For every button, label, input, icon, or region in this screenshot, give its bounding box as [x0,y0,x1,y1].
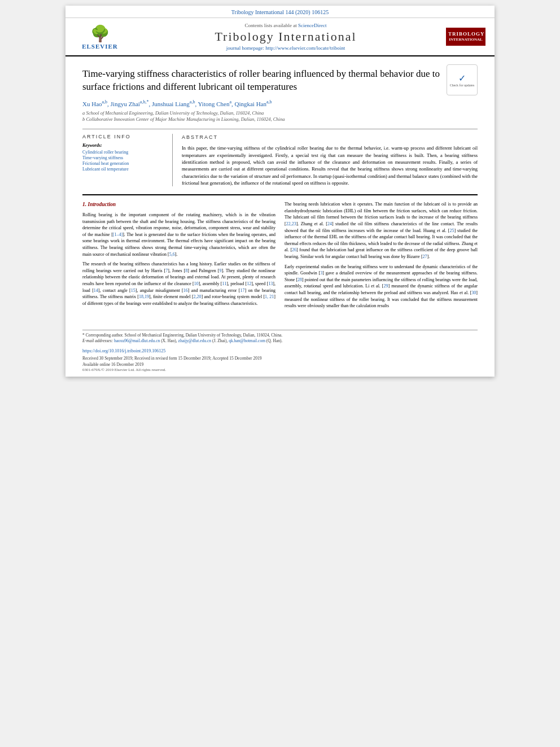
author-jingyu-zhai: Jingyu Zhai [111,101,140,107]
tribology-badge: TRIBOLOGY INTERNATIONAL [446,28,485,46]
author-yitong-chen: Yitong Chen [198,101,229,107]
col2-para-2: Early experimental studies on the bearin… [285,264,478,309]
doi-url[interactable]: https://doi.org/10.1016/j.triboint.2019.… [82,348,165,353]
ref-9: 9 [219,268,221,273]
keyword-4: Lubricant oil temperature [82,167,165,172]
ref-7: 7 [165,268,168,273]
ref-8: 8 [185,268,187,273]
intro-para-1: Rolling bearing is the important compone… [82,212,275,257]
section-divider [82,129,478,129]
sciencedirect-link[interactable]: ScienceDirect [298,23,326,28]
ref-15: 15 [131,288,135,293]
contents-available-text: Contents lists available at [245,23,297,28]
col-left: 1. Introduction Rolling bearing is the i… [82,201,275,313]
article-body: ARTICLE INFO Keywords: Cylindrical rolle… [82,134,478,186]
affiliation-b: b Collaborative Innovation Center of Maj… [82,116,478,123]
ref-16: 16 [183,288,188,293]
footnote: * Corresponding author. School of Mechan… [65,333,495,347]
journal-name: Tribology International [131,29,440,44]
footnote-divider [82,330,478,330]
ref-24: 24 [327,221,332,226]
authors: Xu Haoa,b, Jingyu Zhaia,b,*, Junshuai Li… [82,99,478,107]
author-junshuai-liang: Junshuai Liang [152,101,190,107]
ref-18-19: 18,19 [139,294,149,299]
keywords-label: Keywords: [82,143,165,148]
ref-11: 11 [222,281,226,286]
article-info: ARTICLE INFO Keywords: Cylindrical rolle… [82,134,173,186]
ref-3: 3 [320,270,322,276]
elsevier-logo: 🌳 ELSEVIER [75,24,125,50]
article-title: Time-varying stiffness characteristics o… [82,68,478,94]
page: Tribology International 144 (2020) 10612… [65,6,495,377]
header-center: Contents lists available at ScienceDirec… [131,23,440,51]
abstract-text: In this paper, the time-varying stiffnes… [182,145,478,186]
article-content: ✓ Check for updates Time-varying stiffne… [65,56,495,324]
received-dates: Received 30 September 2019; Received in … [82,355,478,361]
check-updates-label: Check for updates [450,84,475,87]
intro-para-2: The research of the bearing stiffness ch… [82,261,275,307]
affiliations: a School of Mechanical Engineering, Dali… [82,110,478,124]
col-right: The bearing needs lubrication when it op… [285,201,478,313]
top-bar: Tribology International 144 (2020) 10612… [65,6,495,18]
elsevier-tree-icon: 🌳 [90,24,110,43]
main-divider [82,194,478,195]
col2-para-1: The bearing needs lubrication when it op… [285,201,478,260]
journal-header: 🌳 ELSEVIER Contents lists available at S… [65,18,495,56]
homepage-label: journal homepage: [226,45,264,51]
elsevier-name: ELSEVIER [82,43,118,50]
copyright-line: 0301-679X/© 2019 Elsevier Ltd. All right… [65,368,495,377]
abstract-label: ABSTRACT [182,134,478,141]
affiliation-a: a School of Mechanical Engineering, Dali… [82,110,478,117]
homepage-url[interactable]: http://www.elsevier.com/locate/triboint [265,45,345,51]
ref-25: 25 [449,228,454,233]
badge-title-2: INTERNATIONAL [449,37,482,42]
ref-29: 29 [384,283,388,289]
ref-12: 12 [247,281,251,286]
journal-link[interactable]: Tribology International 144 (2020) 10612… [231,9,329,15]
available-online: Available online 16 December 2019 [82,361,478,368]
email-xu-hao[interactable]: haoxu96@mail.dlut.edu.cn [114,338,160,343]
ref-30: 30 [471,290,476,295]
article-info-label: ARTICLE INFO [82,134,165,139]
ref-27: 27 [423,254,427,259]
intro-heading: 1. Introduction [82,201,275,209]
badge-title-1: TRIBOLOGY [448,31,483,38]
email-han[interactable]: qk.han@hotmail.com [229,338,265,343]
keyword-1: Cylindrical roller bearing [82,150,165,155]
ref-13: 13 [268,281,273,286]
footnote-star: * Corresponding author. School of Mechan… [82,333,478,339]
ref-17: 17 [240,288,244,293]
ref-1-21: 1, 21 [265,294,274,299]
abstract-section: ABSTRACT In this paper, the time-varying… [182,134,478,186]
received-line: Received 30 September 2019; Received in … [65,355,495,368]
author-xu-hao: Xu Hao [82,101,102,107]
doi-line: https://doi.org/10.1016/j.triboint.2019.… [65,347,495,355]
ref-5-6: 5,6 [169,252,175,257]
ref-28: 28 [298,277,302,282]
two-column-body: 1. Introduction Rolling bearing is the i… [82,201,478,313]
ref-26: 26 [292,247,296,252]
author-qingkai-han: Qingkai Han [234,101,266,107]
section-title: Introduction [88,202,116,207]
journal-url: journal homepage: http://www.elsevier.co… [131,45,440,51]
section-number: 1. [82,202,86,207]
keyword-3: Frictional heat generation [82,161,165,166]
ref-14: 14 [94,288,98,293]
check-updates-badge[interactable]: ✓ Check for updates [447,64,478,95]
check-icon: ✓ [458,73,466,84]
sciencedirect-line: Contents lists available at ScienceDirec… [131,23,440,28]
keyword-2: Time-varying stiffness [82,155,165,160]
email-zhai[interactable]: zhaijy@dlut.edu.cn [178,338,212,343]
ref-1-4: [1–4] [113,232,123,237]
ref-2-20: 2,20 [194,294,202,299]
ref-10: 10 [194,281,199,286]
ref-22-23: 22,23 [286,221,296,226]
footnote-email: E-mail addresses: haoxu96@mail.dlut.edu.… [82,338,478,344]
